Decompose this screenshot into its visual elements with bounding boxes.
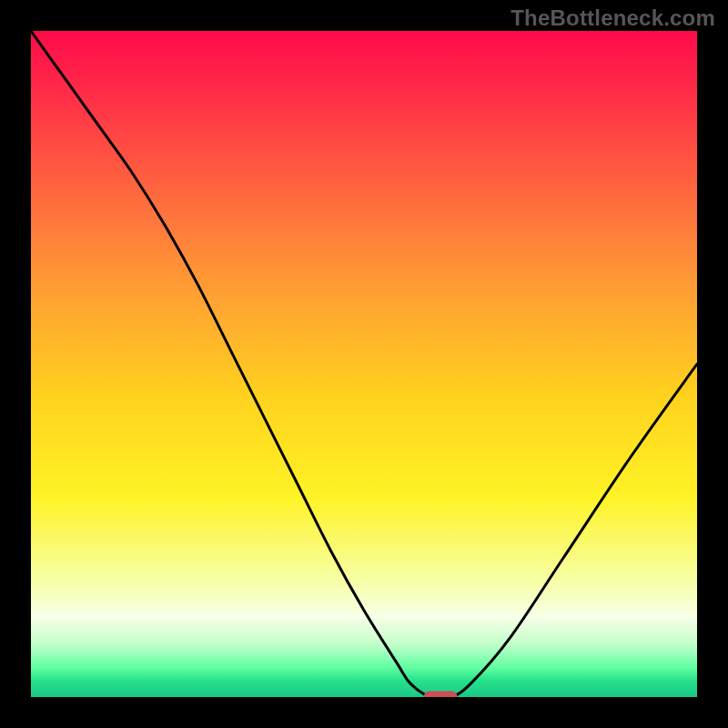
plot-svg	[31, 31, 697, 697]
gradient-background	[31, 31, 697, 697]
optimal-marker	[424, 691, 458, 697]
chart-frame: TheBottleneck.com	[0, 0, 728, 728]
bottleneck-plot	[31, 31, 697, 697]
watermark-text: TheBottleneck.com	[511, 5, 715, 31]
